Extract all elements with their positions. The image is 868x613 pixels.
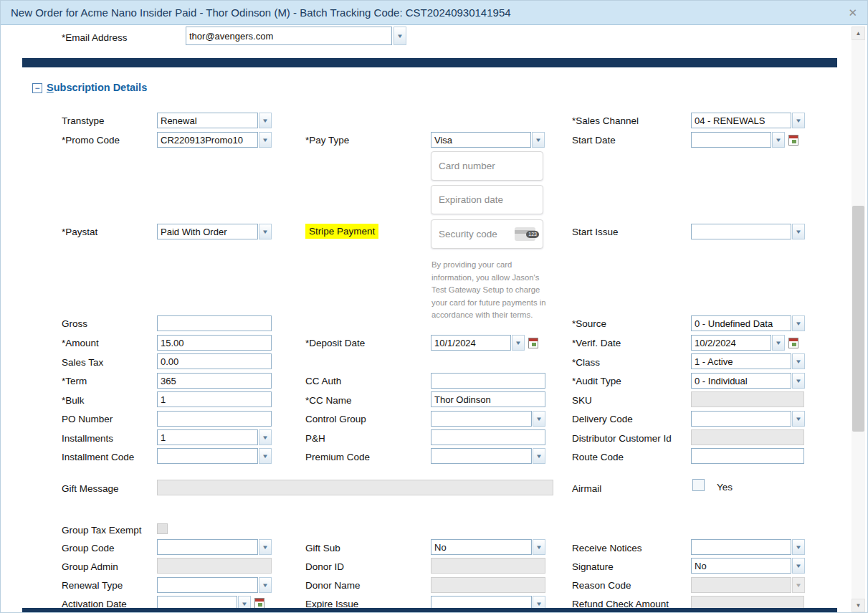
sales-channel-combobox[interactable]: [691, 113, 805, 128]
dropdown-arrow-icon[interactable]: [259, 448, 272, 464]
source-combobox[interactable]: [691, 315, 805, 331]
bulk-input[interactable]: [157, 391, 272, 407]
dropdown-arrow-icon[interactable]: [772, 132, 785, 148]
dropdown-arrow-icon[interactable]: [792, 558, 805, 574]
scroll-up-icon[interactable]: [852, 27, 865, 40]
expiration-date-input[interactable]: [439, 194, 535, 205]
signature-combobox[interactable]: [691, 558, 805, 574]
group-code-input[interactable]: [157, 539, 258, 555]
promo-code-combobox[interactable]: [157, 132, 272, 148]
receive-notices-input[interactable]: [691, 539, 791, 555]
delivery-code-combobox[interactable]: [691, 411, 805, 427]
cc-name-input[interactable]: [431, 391, 545, 407]
pay-type-input[interactable]: [431, 132, 531, 148]
receive-notices-combobox[interactable]: [691, 539, 805, 555]
cc-auth-input[interactable]: [431, 373, 545, 389]
card-number-field[interactable]: [431, 151, 543, 181]
start-date-combobox[interactable]: [691, 132, 785, 148]
dropdown-arrow-icon[interactable]: [792, 353, 805, 369]
class-combobox[interactable]: [691, 353, 805, 369]
dropdown-arrow-icon[interactable]: [792, 224, 805, 239]
group-admin-input: [157, 558, 272, 574]
dropdown-arrow-icon[interactable]: [792, 411, 805, 427]
start-issue-input[interactable]: [691, 224, 791, 239]
gift-sub-combobox[interactable]: [431, 539, 545, 555]
security-code-input[interactable]: [439, 229, 515, 239]
transtype-combobox[interactable]: [157, 113, 272, 128]
dropdown-arrow-icon[interactable]: [259, 113, 272, 128]
deposit-date-input[interactable]: [431, 335, 511, 351]
dropdown-arrow-icon[interactable]: [533, 539, 545, 555]
scrollbar-thumb[interactable]: [852, 206, 864, 432]
dropdown-arrow-icon[interactable]: [259, 577, 272, 593]
paystat-combobox[interactable]: [157, 224, 272, 239]
installment-code-combobox[interactable]: [157, 448, 272, 464]
deposit-date-label: *Deposit Date: [305, 338, 365, 348]
audit-type-combobox[interactable]: [691, 373, 805, 389]
amount-input[interactable]: [157, 335, 272, 351]
scroll-down-icon[interactable]: [852, 599, 865, 612]
class-input[interactable]: [691, 353, 791, 369]
dropdown-arrow-icon[interactable]: [259, 224, 272, 239]
dropdown-arrow-icon[interactable]: [259, 132, 272, 148]
premium-code-input[interactable]: [431, 448, 532, 464]
dropdown-arrow-icon[interactable]: [792, 315, 805, 331]
dropdown-arrow-icon[interactable]: [533, 411, 545, 427]
source-input[interactable]: [691, 315, 791, 331]
po-number-input[interactable]: [157, 411, 272, 427]
dropdown-arrow-icon[interactable]: [792, 113, 805, 128]
start-date-input[interactable]: [691, 132, 771, 148]
security-code-field[interactable]: [431, 219, 543, 249]
promo-code-input[interactable]: [157, 132, 258, 148]
dropdown-arrow-icon[interactable]: [772, 335, 785, 351]
calendar-icon[interactable]: [788, 338, 798, 348]
installment-code-input[interactable]: [157, 448, 258, 464]
ph-input[interactable]: [431, 429, 545, 445]
collapse-section-button[interactable]: [32, 83, 42, 93]
sales-tax-input[interactable]: [157, 353, 272, 369]
renewal-type-input[interactable]: [157, 577, 258, 593]
donor-name-input: [431, 577, 545, 593]
dropdown-arrow-icon[interactable]: [533, 448, 545, 464]
dropdown-arrow-icon[interactable]: [792, 373, 805, 389]
vertical-scrollbar[interactable]: [852, 27, 865, 612]
premium-code-combobox[interactable]: [431, 448, 545, 464]
dropdown-arrow-icon[interactable]: [259, 429, 272, 445]
dropdown-arrow-icon[interactable]: [532, 132, 545, 148]
gift-sub-input[interactable]: [431, 539, 532, 555]
dropdown-arrow-icon[interactable]: [792, 539, 805, 555]
deposit-date-combobox[interactable]: [431, 335, 525, 351]
calendar-icon[interactable]: [788, 135, 798, 146]
calendar-icon[interactable]: [528, 338, 538, 348]
email-dropdown-arrow-icon[interactable]: [394, 27, 406, 45]
verif-date-input[interactable]: [691, 335, 771, 351]
verif-date-combobox[interactable]: [691, 335, 785, 351]
close-icon[interactable]: [848, 7, 857, 18]
audit-type-input[interactable]: [691, 373, 791, 389]
airmail-checkbox[interactable]: [692, 479, 705, 491]
expiration-date-field[interactable]: [431, 185, 543, 214]
signature-input[interactable]: [691, 558, 791, 574]
sales-channel-input[interactable]: [691, 113, 791, 128]
control-group-input[interactable]: [431, 411, 532, 427]
calendar-icon[interactable]: [254, 598, 264, 609]
installments-combobox[interactable]: [157, 429, 272, 445]
renewal-type-combobox[interactable]: [157, 577, 272, 593]
group-code-combobox[interactable]: [157, 539, 272, 555]
reason-code-label: Reason Code: [572, 580, 631, 591]
transtype-input[interactable]: [157, 113, 258, 128]
term-input[interactable]: [157, 373, 272, 389]
route-code-input[interactable]: [691, 448, 804, 464]
paystat-input[interactable]: [157, 224, 258, 239]
start-issue-combobox[interactable]: [691, 224, 805, 239]
delivery-code-input[interactable]: [691, 411, 791, 427]
email-input[interactable]: [186, 27, 392, 45]
dropdown-arrow-icon[interactable]: [259, 539, 272, 555]
pay-type-combobox[interactable]: [431, 132, 545, 148]
dropdown-arrow-icon[interactable]: [512, 335, 525, 351]
installments-input[interactable]: [157, 429, 258, 445]
gross-input[interactable]: [157, 315, 272, 331]
card-number-input[interactable]: [439, 161, 535, 171]
pay-type-label: *Pay Type: [305, 135, 349, 146]
control-group-combobox[interactable]: [431, 411, 545, 427]
